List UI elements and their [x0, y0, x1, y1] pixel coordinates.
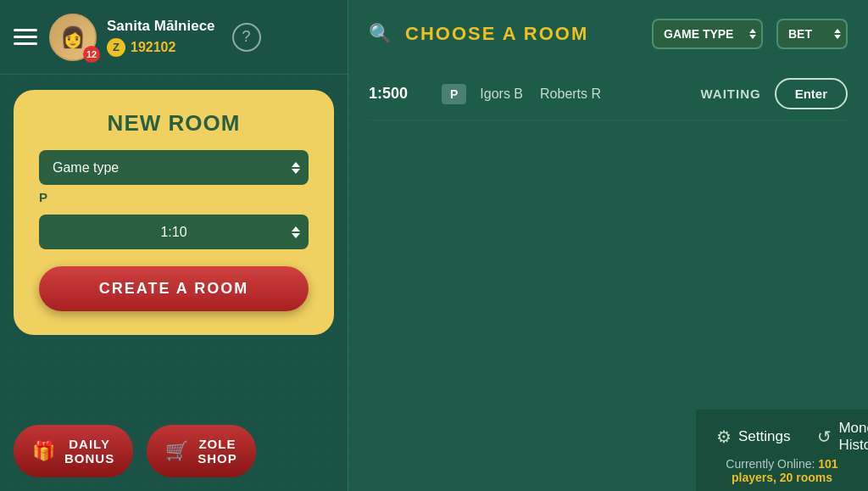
room-players: Igors B Roberts R: [480, 86, 687, 102]
online-status: Currently Online: 101 players, 20 rooms: [716, 457, 848, 484]
choose-room-title: CHOOSE A ROOM: [405, 23, 638, 45]
player1-name: Igors B: [480, 86, 523, 102]
enter-room-button[interactable]: Enter: [775, 78, 848, 109]
gift-icon: 🎁: [32, 440, 56, 462]
right-header: 🔍 CHOOSE A ROOM GAME TYPE Zole Small Zol…: [348, 0, 868, 61]
search-icon: 🔍: [369, 23, 392, 45]
bet-select-container: 1:10 1:50 1:100 1:250 1:500: [39, 215, 309, 249]
table-row: 1:500 P Igors B Roberts R WAITING Enter: [369, 68, 848, 120]
bet-filter-container: BET 1:10 1:50 1:500: [776, 19, 848, 49]
p-label: P: [39, 190, 47, 204]
daily-bonus-button[interactable]: 🎁 DAILYBONUS: [14, 425, 133, 477]
game-type-select-container: Game type Zole Small Zole Table Zole: [39, 150, 309, 185]
game-type-filter[interactable]: GAME TYPE Zole Small Zole: [652, 19, 763, 49]
cart-icon: 🛒: [165, 440, 189, 462]
bet-filter[interactable]: BET 1:10 1:50 1:500: [776, 19, 848, 49]
settings-label: Settings: [738, 428, 790, 445]
money-history-icon: ↺: [817, 427, 832, 447]
room-type-badge: P: [442, 84, 466, 104]
bottom-left-buttons: 🎁 DAILYBONUS 🛒 ZOLESHOP: [14, 425, 256, 477]
settings-icon: ⚙: [716, 427, 732, 447]
game-type-select[interactable]: Game type Zole Small Zole Table Zole: [39, 150, 309, 185]
room-status: WAITING: [700, 86, 760, 101]
new-room-title: NEW ROOM: [108, 110, 241, 137]
money-history-nav-item[interactable]: ↺ Money History: [817, 420, 868, 454]
room-list: 1:500 P Igors B Roberts R WAITING Enter: [348, 61, 868, 127]
bottom-nav: ⚙ Settings ↺ Money History ⓘ Technical S…: [716, 420, 848, 454]
zole-shop-button[interactable]: 🛒 ZOLESHOP: [147, 425, 256, 477]
money-history-label: Money History: [838, 420, 868, 454]
zole-shop-label: ZOLESHOP: [198, 437, 237, 466]
daily-bonus-label: DAILYBONUS: [64, 437, 114, 466]
right-panel: 🔍 CHOOSE A ROOM GAME TYPE Zole Small Zol…: [348, 0, 868, 491]
bet-select[interactable]: 1:10 1:50 1:100 1:250 1:500: [39, 215, 309, 249]
new-room-card: NEW ROOM Game type Zole Small Zole Table…: [14, 90, 334, 335]
online-label: Currently Online:: [726, 457, 815, 471]
left-panel: NEW ROOM Game type Zole Small Zole Table…: [0, 0, 348, 491]
game-type-filter-container: GAME TYPE Zole Small Zole: [652, 19, 763, 49]
player2-name: Roberts R: [540, 86, 601, 102]
create-room-button[interactable]: CREATE A ROOM: [39, 266, 309, 311]
room-bet: 1:500: [369, 85, 428, 103]
bottom-right: ⚙ Settings ↺ Money History ⓘ Technical S…: [696, 410, 868, 491]
settings-nav-item[interactable]: ⚙ Settings: [716, 427, 790, 447]
